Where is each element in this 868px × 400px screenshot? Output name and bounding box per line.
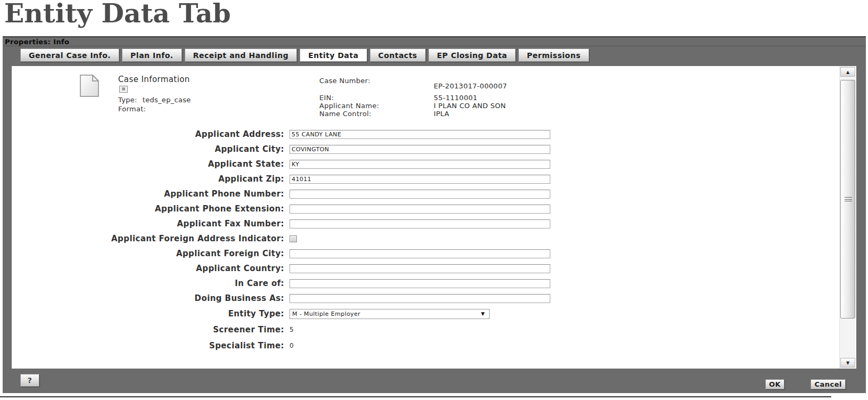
screener-time-label: Screener Time:	[12, 325, 290, 334]
form-row-applicant-address: Applicant Address:	[12, 127, 831, 142]
scroll-down-icon: ▼	[846, 361, 849, 365]
applicant-country-label: Applicant Country:	[12, 264, 290, 273]
entity-type-label: Entity Type:	[12, 309, 290, 319]
dropdown-arrow-icon: ▼	[481, 311, 485, 316]
name-control-value: IPLA	[434, 110, 449, 118]
applicant-foreign-address-indicator-label: Applicant Foreign Address Indicator:	[12, 234, 290, 243]
tab-contacts[interactable]: Contacts	[370, 48, 426, 62]
applicant-address-label: Applicant Address:	[12, 129, 290, 139]
help-button[interactable]: ?	[20, 374, 39, 387]
form-row-applicant-phone-number: Applicant Phone Number:	[12, 186, 831, 201]
form-row-screener-time: Screener Time:5	[12, 322, 831, 338]
entity-data-form: Applicant Address:Applicant City:Applica…	[12, 127, 831, 369]
form-row-in-care-of: In Care of:	[12, 276, 831, 291]
scroll-down-button[interactable]: ▼	[840, 358, 855, 368]
scroll-up-icon: ▲	[846, 70, 849, 75]
scroll-up-button[interactable]: ▲	[840, 67, 855, 77]
applicant-city-label: Applicant City:	[12, 144, 290, 154]
specialist-time-label: Specialist Time:	[12, 341, 290, 350]
case-type-value: teds_ep_case	[143, 96, 191, 104]
tab-entity-data[interactable]: Entity Data	[300, 48, 367, 62]
form-row-applicant-zip: Applicant Zip:	[12, 172, 831, 186]
applicant-country-field[interactable]	[290, 264, 550, 273]
applicant-phone-number-label: Applicant Phone Number:	[12, 189, 290, 199]
applicant-city-field[interactable]	[290, 145, 550, 154]
scrollbar-grip-icon	[845, 197, 852, 201]
ein-label: EIN:	[319, 94, 334, 102]
form-row-applicant-state: Applicant State:	[12, 157, 831, 172]
form-row-doing-business-as: Doing Business As:	[12, 291, 831, 306]
tab-receipt-and-handling[interactable]: Receipt and Handling	[185, 48, 297, 62]
annotation-icon: ▦	[119, 86, 128, 93]
applicant-foreign-address-indicator-checkbox[interactable]	[290, 235, 297, 242]
case-type-row: Type:teds_ep_case	[118, 96, 191, 104]
applicant-zip-label: Applicant Zip:	[12, 174, 290, 184]
ein-value: 55-1110001	[434, 94, 477, 102]
applicant-state-label: Applicant State:	[12, 159, 290, 169]
applicant-foreign-city-field[interactable]	[290, 249, 550, 258]
case-information-header: Case Information ▦ Type:teds_ep_case For…	[12, 66, 856, 126]
in-care-of-label: In Care of:	[12, 279, 290, 288]
form-row-applicant-foreign-city: Applicant Foreign City:	[12, 246, 831, 261]
screener-time-value: 5	[290, 326, 294, 333]
horizontal-rule	[0, 396, 831, 397]
applicant-state-field[interactable]	[290, 160, 550, 169]
form-row-applicant-city: Applicant City:	[12, 142, 831, 157]
applicant-phone-extension-field[interactable]	[290, 205, 550, 214]
applicant-zip-field[interactable]	[290, 175, 550, 184]
cancel-button[interactable]: Cancel	[811, 379, 846, 389]
specialist-time-value: 0	[290, 342, 294, 349]
case-information-title: Case Information	[118, 75, 190, 84]
form-row-entity-type: Entity Type:M - Multiple Employer▼	[12, 306, 831, 322]
properties-dialog: Properties: Info General Case Info.Plan …	[3, 36, 866, 393]
case-type-label: Type:	[118, 96, 137, 104]
applicant-name-value: I PLAN CO AND SON	[434, 102, 506, 110]
applicant-fax-number-label: Applicant Fax Number:	[12, 219, 290, 228]
tab-bar: General Case Info.Plan Info.Receipt and …	[3, 46, 866, 64]
tab-content-entity-data: Case Information ▦ Type:teds_ep_case For…	[12, 66, 856, 369]
scrollbar-thumb[interactable]	[840, 80, 855, 319]
dialog-header: Properties: Info	[3, 37, 866, 46]
case-format-label: Format:	[118, 105, 146, 113]
tab-ep-closing-data[interactable]: EP Closing Data	[428, 48, 516, 62]
applicant-phone-number-field[interactable]	[290, 190, 550, 199]
entity-type-selected-value: M - Multiple Employer	[292, 311, 360, 317]
tab-plan-info[interactable]: Plan Info.	[122, 48, 182, 62]
ok-button[interactable]: OK	[765, 379, 784, 389]
applicant-fax-number-field[interactable]	[290, 219, 550, 228]
applicant-foreign-city-label: Applicant Foreign City:	[12, 249, 290, 258]
in-care-of-field[interactable]	[290, 279, 550, 288]
applicant-phone-extension-label: Applicant Phone Extension:	[12, 204, 290, 214]
form-row-applicant-foreign-address-indicator: Applicant Foreign Address Indicator:	[12, 231, 831, 246]
applicant-address-field[interactable]	[290, 130, 550, 139]
name-control-label: Name Control:	[319, 110, 371, 118]
doing-business-as-label: Doing Business As:	[12, 293, 290, 303]
case-number-label: Case Number:	[319, 77, 370, 85]
dialog-footer: ? OK Cancel	[3, 368, 866, 393]
entity-type-dropdown[interactable]: M - Multiple Employer▼	[290, 309, 490, 319]
form-row-applicant-phone-extension: Applicant Phone Extension:	[12, 201, 831, 216]
doing-business-as-field[interactable]	[290, 294, 550, 303]
page-title: Entity Data Tab	[4, 0, 231, 29]
tab-general-case-info[interactable]: General Case Info.	[20, 48, 119, 62]
document-icon	[80, 75, 99, 97]
vertical-scrollbar[interactable]: ▲ ▼	[839, 66, 855, 369]
form-row-applicant-country: Applicant Country:	[12, 261, 831, 276]
form-row-applicant-fax-number: Applicant Fax Number:	[12, 216, 831, 231]
form-row-specialist-time: Specialist Time:0	[12, 338, 831, 354]
applicant-name-label: Applicant Name:	[319, 102, 379, 110]
case-number-value: EP-2013017-000007	[434, 82, 507, 90]
tab-permissions[interactable]: Permissions	[518, 48, 589, 62]
